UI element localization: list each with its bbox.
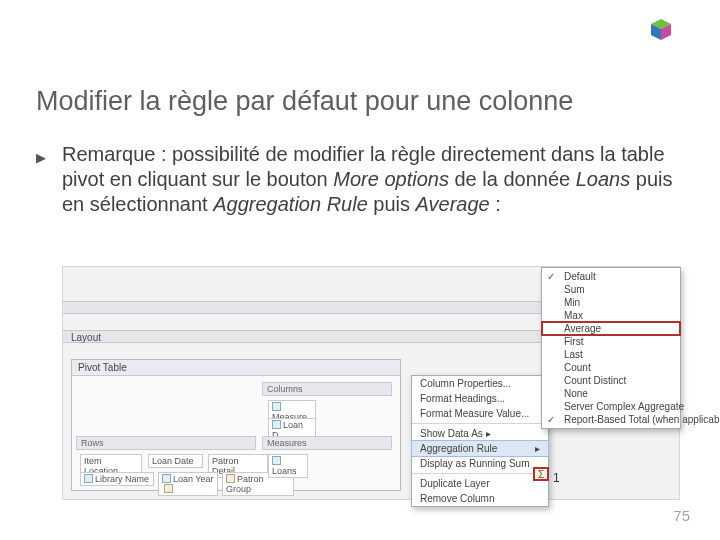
menu-show-data-as[interactable]: Show Data As ▸ <box>412 426 548 441</box>
sigma-button-callout <box>533 467 549 481</box>
pivot-screenshot: Layout Pivot Table Columns Measure Loan … <box>62 266 680 500</box>
pivot-table-panel: Pivot Table Columns Measure Loan D Rows … <box>71 359 401 491</box>
menu-column-properties[interactable]: Column Properties... <box>412 376 548 391</box>
submenu-report-based-label: Report-Based Total (when applicable) <box>564 414 720 425</box>
check-icon: ✓ <box>547 414 555 425</box>
submenu-default-label: Default <box>564 271 596 282</box>
loan-date-field[interactable]: Loan Date <box>148 454 203 468</box>
submenu-report-based[interactable]: ✓Report-Based Total (when applicable) <box>542 413 680 426</box>
submenu-first[interactable]: First <box>542 335 680 348</box>
more-options-term: More options <box>333 168 449 190</box>
menu-format-values[interactable]: Format Measure Value... <box>412 406 548 421</box>
menu-format-headings[interactable]: Format Headings... <box>412 391 548 406</box>
menu-running-sum[interactable]: Display as Running Sum <box>412 456 548 471</box>
measures-section-label: Measures <box>262 436 392 450</box>
loan-year-field[interactable]: Loan Year <box>158 472 218 496</box>
loans-measure-text: Loans <box>272 466 297 476</box>
submenu-average[interactable]: Average <box>542 322 680 335</box>
submenu-max[interactable]: Max <box>542 309 680 322</box>
columns-section-label: Columns <box>262 382 392 396</box>
check-icon: ✓ <box>547 271 555 282</box>
submenu-default[interactable]: ✓Default <box>542 270 680 283</box>
rows-section-label: Rows <box>76 436 256 450</box>
submenu-server-complex[interactable]: Server Complex Aggregate <box>542 400 680 413</box>
menu-remove-column[interactable]: Remove Column <box>412 491 548 506</box>
annotation-number: 1 <box>553 471 560 485</box>
chevron-right-icon: ▸ <box>486 428 491 439</box>
body-text-2: de la donnée <box>449 168 576 190</box>
aggregation-rule-submenu: ✓Default Sum Min Max Average First Last … <box>541 267 681 429</box>
menu-separator <box>412 473 548 474</box>
layout-section-label: Layout <box>71 332 101 343</box>
body-text-5: : <box>490 193 501 215</box>
bullet-arrow-icon: ▶ <box>36 150 46 165</box>
submenu-min[interactable]: Min <box>542 296 680 309</box>
menu-separator <box>412 423 548 424</box>
submenu-last[interactable]: Last <box>542 348 680 361</box>
chevron-right-icon: ▸ <box>535 443 540 454</box>
aggregation-rule-term: Aggregation Rule <box>213 193 368 215</box>
menu-aggregation-rule[interactable]: Aggregation Rule▸ <box>412 441 548 456</box>
loan-date-text: Loan Date <box>152 456 194 466</box>
more-options-context-menu: Column Properties... Format Headings... … <box>411 375 549 507</box>
loans-term: Loans <box>576 168 631 190</box>
library-name-text: Library Name <box>95 474 149 484</box>
menu-duplicate-layer[interactable]: Duplicate Layer <box>412 476 548 491</box>
submenu-sum[interactable]: Sum <box>542 283 680 296</box>
page-number: 75 <box>673 507 690 524</box>
slide-title: Modifier la règle par défaut pour une co… <box>36 86 573 117</box>
body-paragraph: Remarque : possibilité de modifier la rè… <box>62 142 680 217</box>
submenu-none[interactable]: None <box>542 387 680 400</box>
cube-logo <box>648 18 674 44</box>
body-text-4: puis <box>368 193 416 215</box>
menu-aggregation-rule-label: Aggregation Rule <box>420 443 497 454</box>
pivot-table-header: Pivot Table <box>72 360 400 376</box>
menu-show-data-as-label: Show Data As <box>420 428 483 439</box>
submenu-count[interactable]: Count <box>542 361 680 374</box>
loans-measure-field[interactable]: Loans <box>268 454 308 478</box>
library-name-field[interactable]: Library Name <box>80 472 154 486</box>
submenu-count-distinct[interactable]: Count Distinct <box>542 374 680 387</box>
loan-year-text: Loan Year <box>173 474 214 484</box>
average-term: Average <box>416 193 490 215</box>
